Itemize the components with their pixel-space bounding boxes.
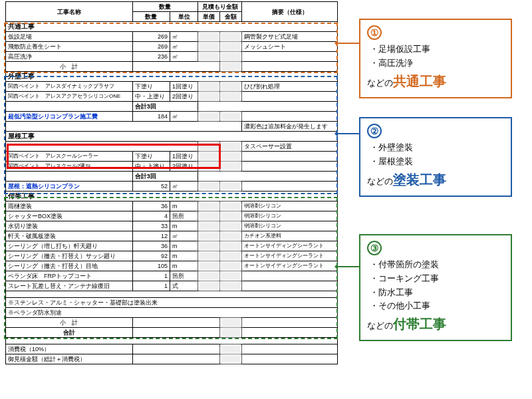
cell-unit: ㎡: [170, 52, 198, 62]
cell-remark: [242, 52, 338, 62]
cell-price: 00: [198, 281, 220, 291]
cell-qty: 36: [132, 241, 170, 251]
cell-price: 00: [198, 211, 220, 221]
cell-remark: [242, 162, 338, 172]
section-anc-title: 付帯工事: [6, 192, 338, 201]
cell-unit: 箇所: [170, 271, 198, 281]
callout-common: ① 足場仮設工事 高圧洗浄 などの共通工事: [359, 19, 512, 98]
cell-name: 飛散防止養生シート: [6, 42, 133, 52]
grand-row: 御見積金額（総計＋消費税）000: [6, 354, 338, 364]
cell-price: 00: [198, 261, 220, 271]
cell-amount: 00: [220, 201, 242, 211]
sum-row: 合計3回: [6, 172, 338, 182]
cell-amount: 00: [220, 142, 242, 152]
callout-tagline: などの塗装工事: [367, 169, 504, 190]
cell-times: 2回塗り: [170, 92, 198, 102]
table-row: 高圧洗浄236㎡000000: [6, 52, 338, 62]
cell-unit: m: [170, 251, 198, 261]
table-row: シーリング（撤去・打替え）サッシ廻り92m0000オートンサイディングシーラント: [6, 251, 338, 261]
callout-paint: ② 外壁塗装 屋根塗装 などの塗装工事: [359, 117, 512, 197]
cell-amount: 000: [220, 354, 242, 364]
callout-big: 付帯工事: [393, 317, 446, 331]
cell-remark: [242, 92, 338, 102]
cell-amount: 00: [220, 211, 242, 221]
cell-amount: 00: [220, 271, 242, 281]
callout-big: 共通工事: [393, 74, 446, 88]
table-row: 飛散防止養生シート269㎡000000メッシュシート: [6, 42, 338, 52]
total-row: 合計000: [6, 328, 338, 338]
table-row: 水切り塗装33m0000弱溶剤シリコン: [6, 221, 338, 231]
tax-row: 消費税（10%）000: [6, 344, 338, 354]
callout-big: 塗装工事: [393, 172, 446, 187]
plan-row: 屋根：遮熱シリコンプラン52㎡0000: [6, 182, 338, 192]
cell-remark: メッシュシート: [242, 42, 338, 52]
cell-amount: 00: [220, 92, 242, 102]
cell-price: 00: [198, 271, 220, 281]
cell-times: 2回塗り: [170, 162, 198, 172]
table-row: 関西ペイント アレスクール2液SI中・上塗り2回塗り0000: [6, 162, 338, 172]
cell-name: 水切り塗装: [6, 221, 133, 231]
cell-times: 1回塗り: [170, 152, 198, 162]
section-common-title: 共通工事: [6, 22, 338, 32]
plan-name: 超低汚染型シリコンプラン施工費: [6, 112, 133, 122]
cell-qty: 184: [132, 112, 170, 122]
cell-unit: m: [170, 261, 198, 271]
cell-price: 00: [198, 201, 220, 211]
table-row: 関西ペイント アレスクールシーラー下塗り1回塗り0000: [6, 152, 338, 162]
cell-name: ベランダ床 FRPトップコート: [6, 271, 133, 281]
cell-amount: 000: [220, 32, 242, 42]
cell-amount: 00: [220, 162, 242, 172]
cell-amount: 00: [220, 221, 242, 231]
cell-times: 1回塗り: [170, 82, 198, 92]
cell-name: 軒天・破風板塗装: [6, 231, 133, 241]
cell-name: シャッターBOX塗装: [6, 211, 133, 221]
table-row: 関西ペイント アレスダイナミックプラサフ下塗り1回塗り0000ひび割れ処理: [6, 82, 338, 92]
list-item: 防水工事: [370, 286, 504, 300]
callout-list: 外壁塗装 屋根塗装: [367, 141, 504, 169]
cell-unit: ㎡: [170, 32, 198, 42]
subtotal-row: 小 計000: [6, 318, 338, 328]
cell-name: 高圧洗浄: [6, 52, 133, 62]
cell-remark: 弱溶剤シリコン: [242, 211, 338, 221]
cell-price: 000: [198, 42, 220, 52]
cell-name: 関西ペイント アレスクール2液SI: [6, 162, 133, 172]
arrow-icon: [338, 43, 359, 44]
cell-qty: 269: [132, 32, 170, 42]
callout-ancillary: ③ 付帯箇所の塗装 コーキング工事 防水工事 その他小工事 などの付帯工事: [359, 234, 512, 341]
table-row: スレート瓦差し替え・アンテナ線復旧1式0000: [6, 281, 338, 291]
callout-list: 付帯箇所の塗装 コーキング工事 防水工事 その他小工事: [367, 258, 504, 313]
cell-unit: 式: [170, 281, 198, 291]
cell-amount: 000: [220, 42, 242, 52]
cell-unit: ㎡: [170, 112, 198, 122]
note-text: ※ステンレス・アルミ・シャッター・基礎部は塗装出来: [6, 298, 338, 308]
note-row: 濃彩色は追加料金が発生します: [6, 122, 338, 132]
cell-coat: 中・上塗り: [132, 162, 170, 172]
cell-amount: 00: [220, 251, 242, 261]
cell-qty: 105: [132, 261, 170, 271]
callout-list: 足場仮設工事 高圧洗浄: [367, 43, 504, 70]
cell-remark: 弱溶剤シリコン: [242, 221, 338, 231]
subtotal-label: 小 計: [6, 62, 133, 72]
cell-unit: ㎡: [170, 182, 198, 192]
cell-remark: オートンサイディングシーラント: [242, 241, 338, 251]
cell-price: 00: [198, 241, 220, 251]
list-item: 屋根塗装: [370, 155, 504, 169]
cell-price: 00: [198, 92, 220, 102]
cell-name: シーリング（増し打ち）軒天廻り: [6, 241, 133, 251]
sum-row: 合計3回: [6, 102, 338, 112]
cell-unit: ㎡: [170, 231, 198, 241]
th-est-group: 見積もり金額: [198, 2, 242, 12]
cell-price: 000: [198, 52, 220, 62]
cell-coat: 中・上塗り: [132, 92, 170, 102]
cell-unit: ㎡: [170, 42, 198, 52]
cell-qty: 236: [132, 52, 170, 62]
estimate-table: 工事名称 数量 見積もり金額 摘要（仕様） 数量 単位 単価 金額 共通工事 仮…: [5, 1, 338, 364]
subtotal-label: 小 計: [6, 318, 133, 328]
cell-remark: オートンサイディングシーラント: [242, 261, 338, 271]
cell-qty: 52: [132, 182, 170, 192]
cell-amount: 000: [220, 62, 242, 72]
section-ext-title: 外壁工事: [6, 72, 338, 82]
table-row: 0000タスペーサー設置: [6, 142, 338, 152]
list-item: 付帯箇所の塗装: [370, 258, 504, 272]
table-row: ベランダ床 FRPトップコート1箇所0000: [6, 271, 338, 281]
